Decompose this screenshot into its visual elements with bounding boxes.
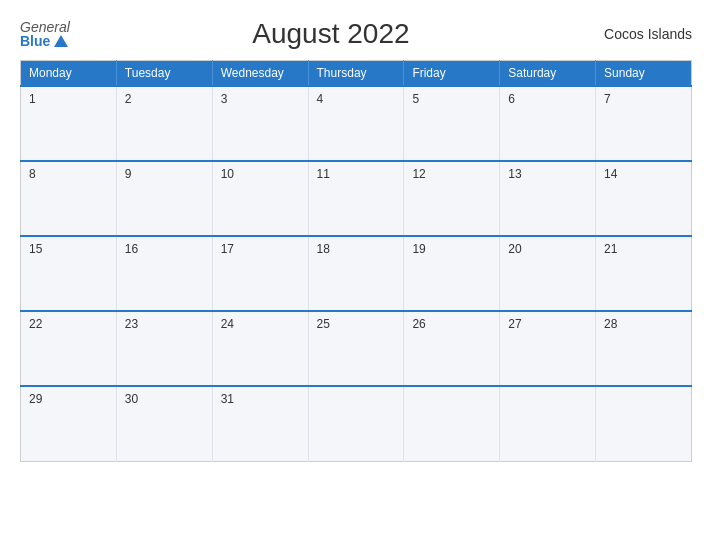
day-header-row: Monday Tuesday Wednesday Thursday Friday… [21,61,692,87]
calendar-week-row: 15161718192021 [21,236,692,311]
calendar-day-cell: 17 [212,236,308,311]
calendar-week-row: 891011121314 [21,161,692,236]
calendar-day-cell: 24 [212,311,308,386]
calendar-day-cell: 15 [21,236,117,311]
calendar-day-cell: 26 [404,311,500,386]
calendar-body: 1234567891011121314151617181920212223242… [21,86,692,461]
calendar-day-cell: 7 [596,86,692,161]
col-sunday: Sunday [596,61,692,87]
calendar-week-row: 1234567 [21,86,692,161]
calendar-day-cell: 1 [21,86,117,161]
calendar-day-cell: 28 [596,311,692,386]
region-label: Cocos Islands [592,26,692,42]
calendar-day-cell: 16 [116,236,212,311]
col-saturday: Saturday [500,61,596,87]
calendar-week-row: 22232425262728 [21,311,692,386]
calendar-day-cell [404,386,500,461]
calendar-day-cell: 25 [308,311,404,386]
calendar-title: August 2022 [70,18,592,50]
calendar-day-cell: 29 [21,386,117,461]
calendar-day-cell: 22 [21,311,117,386]
calendar-day-cell: 11 [308,161,404,236]
calendar-day-cell: 8 [21,161,117,236]
calendar-day-cell: 21 [596,236,692,311]
col-monday: Monday [21,61,117,87]
calendar-day-cell: 18 [308,236,404,311]
calendar-table: Monday Tuesday Wednesday Thursday Friday… [20,60,692,462]
calendar-day-cell: 30 [116,386,212,461]
calendar-day-cell: 6 [500,86,596,161]
col-wednesday: Wednesday [212,61,308,87]
calendar-day-cell: 9 [116,161,212,236]
col-tuesday: Tuesday [116,61,212,87]
calendar-day-cell [308,386,404,461]
calendar-day-cell: 27 [500,311,596,386]
calendar-day-cell: 3 [212,86,308,161]
calendar-day-cell: 31 [212,386,308,461]
calendar-day-cell [596,386,692,461]
calendar-header: Monday Tuesday Wednesday Thursday Friday… [21,61,692,87]
col-friday: Friday [404,61,500,87]
calendar-day-cell [500,386,596,461]
col-thursday: Thursday [308,61,404,87]
calendar-day-cell: 13 [500,161,596,236]
calendar-day-cell: 12 [404,161,500,236]
calendar-day-cell: 14 [596,161,692,236]
calendar-day-cell: 4 [308,86,404,161]
calendar-day-cell: 20 [500,236,596,311]
calendar-week-row: 293031 [21,386,692,461]
logo-blue-text: Blue [20,34,68,48]
logo-general-text: General [20,20,70,34]
calendar-day-cell: 23 [116,311,212,386]
logo: General Blue [20,20,70,48]
calendar-day-cell: 19 [404,236,500,311]
calendar-day-cell: 2 [116,86,212,161]
page-header: General Blue August 2022 Cocos Islands [20,10,692,56]
calendar-day-cell: 5 [404,86,500,161]
logo-triangle-icon [54,35,68,47]
calendar-day-cell: 10 [212,161,308,236]
